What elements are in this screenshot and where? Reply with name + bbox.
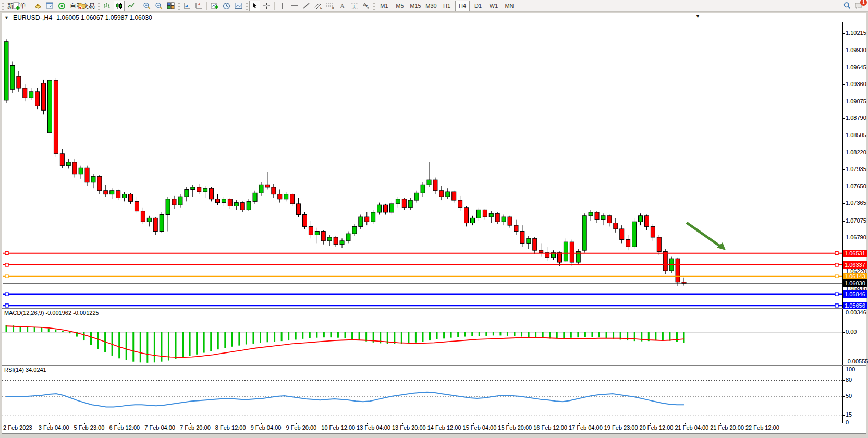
svg-text:T: T [353,4,356,9]
tile-windows-button[interactable] [165,1,176,11]
price-tick-label: 1.08505 [846,132,866,138]
time-axis-label: 7 Feb 04:00 [144,424,175,431]
market-watch-button[interactable] [32,1,43,11]
price-tick-label: 1.09645 [846,64,866,70]
time-axis-label: 14 Feb 12:00 [427,424,461,431]
new-order-button[interactable]: 新订单 [6,1,28,11]
bar-chart-mode-button[interactable] [102,1,113,11]
time-axis-label: 3 Feb 04:00 [39,424,69,431]
macd-tick-label: 0.00 [846,328,857,335]
candlestick-mode-button[interactable] [114,1,125,11]
time-axis-label: 10 Feb 12:00 [321,424,355,431]
horizontal-line-tool-button[interactable] [289,1,300,11]
timeframe-h4-button[interactable]: H4 [455,1,470,11]
timeframe-toolbar: M1M5M15M30H1H4D1W1MN [376,1,517,11]
toolbar-separator [274,2,275,10]
text-tool-button[interactable]: A [337,1,348,11]
templates-button[interactable]: ▼ [233,1,244,11]
indicators-button[interactable]: ▼ [209,1,220,11]
timeframe-m30-button[interactable]: M30 [424,1,438,11]
cursor-tool-button[interactable] [249,1,260,11]
toolbar-grip[interactable] [2,2,4,10]
toolbar-grip[interactable] [246,2,248,10]
toolbar-separator [206,2,207,10]
macd-label: MACD(12,26,9) -0.001962 -0.001225 [4,310,99,316]
text-icon: A [339,2,346,9]
timeframe-m1-button[interactable]: M1 [377,1,392,11]
market-book-icon [34,2,42,9]
rsi-tick-label: 80 [846,376,852,383]
auto-scroll-button[interactable] [181,1,192,11]
time-axis-label: 20 Feb 12:00 [640,424,674,431]
line-chart-icon [127,2,135,9]
price-tick-label: 1.08790 [846,115,866,121]
time-axis-label: 13 Feb 04:00 [357,424,390,431]
trendline-tool-button[interactable] [301,1,312,11]
channel-tool-button[interactable]: E [313,1,324,11]
toolbar-grip[interactable] [178,2,180,10]
time-axis-label: 13 Feb 20:00 [392,424,426,431]
timeframe-d1-button[interactable]: D1 [471,1,485,11]
svg-text:E: E [320,6,322,9]
zoom-out-button[interactable] [153,1,164,11]
equidistant-channel-icon: E [314,2,323,9]
search-button[interactable] [841,1,852,11]
vertical-line-icon [279,2,286,9]
toolbar-grip[interactable] [98,2,100,10]
time-axis-label: 9 Feb 04:00 [251,424,282,431]
timeframe-h1-button[interactable]: H1 [439,1,454,11]
toolbar-separator [30,2,30,10]
fibonacci-tool-button[interactable]: F [325,1,336,11]
price-tick-label: 1.09360 [846,81,866,87]
mt4-application-window: 新订单 自动交易 [0,0,868,438]
timeframe-mn-button[interactable]: MN [502,1,517,11]
add-indicator-icon [211,2,219,9]
time-axis-label: 7 Feb 20:00 [180,424,211,431]
chart-titlebar[interactable]: ▼ EURUSD-,H4 1.06005 1.06067 1.05987 1.0… [2,14,865,22]
time-axis-label: 15 Feb 20:00 [498,424,532,431]
expand-caret-icon[interactable]: ▼ [4,15,9,20]
auto-trading-button[interactable]: 自动交易 [68,1,96,11]
svg-text:F: F [332,7,334,10]
price-tick-label: 1.07650 [846,183,866,189]
crosshair-icon [263,2,271,9]
time-axis-label: 19 Feb 23:00 [604,424,638,431]
trendline-icon [302,2,310,9]
line-chart-mode-button[interactable] [126,1,137,11]
chart-shift-button[interactable] [193,1,204,11]
rsi-panel-canvas[interactable] [2,366,842,423]
data-window-button[interactable] [44,1,55,11]
time-axis-label: 16 Feb 12:00 [533,424,567,431]
price-tick-label: 1.09930 [846,47,866,53]
macd-panel-canvas[interactable] [2,309,842,365]
toolbar-separator [139,2,139,10]
auto-scroll-icon [183,2,191,9]
time-axis-label: 2 Feb 2023 [3,424,32,431]
one-click-caret-icon[interactable]: ▼ [695,14,700,19]
crosshair-tool-button[interactable] [261,1,272,11]
panel-separator[interactable] [2,308,866,309]
text-label-tool-button[interactable]: T [349,1,360,11]
vertical-line-tool-button[interactable] [277,1,288,11]
main-toolbar: 新订单 自动交易 [0,0,868,12]
panel-separator[interactable] [2,365,866,366]
toolbar-grip[interactable] [373,2,375,10]
shapes-tool-button[interactable]: ▼ [361,1,372,11]
price-line-badge: 1.06531 [843,250,867,257]
zoom-in-button[interactable] [141,1,152,11]
timeframe-w1-button[interactable]: W1 [486,1,501,11]
price-tick-label: 1.07365 [846,200,866,206]
price-tick-label: 1.10215 [846,30,866,36]
signals-button[interactable] [56,1,67,11]
bar-chart-icon [103,2,111,9]
time-axis-label: 6 Feb 12:00 [109,424,140,431]
chart-shift-icon [195,2,203,9]
price-chart-canvas[interactable] [2,22,842,308]
periods-button[interactable]: ▼ [221,1,232,11]
price-line-badge: 1.06143 [843,273,867,280]
rsi-tick-label: 15 [846,411,852,418]
notification-badge: 1 [860,0,867,6]
timeframe-m5-button[interactable]: M5 [393,1,407,11]
notifications-button[interactable]: 1 [853,1,864,11]
timeframe-m15-button[interactable]: M15 [408,1,423,11]
